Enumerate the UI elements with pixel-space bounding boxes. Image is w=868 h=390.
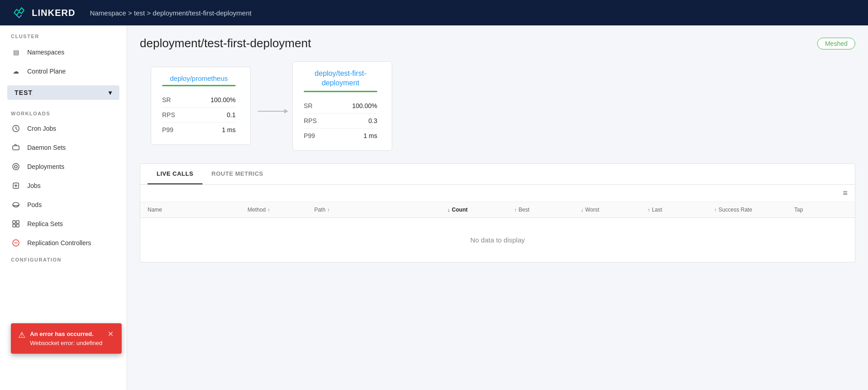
sidebar-item-label: Daemon Sets	[27, 144, 66, 151]
workloads-section-label: WORKLOADS	[0, 106, 127, 119]
col-best[interactable]: ↑ Best	[514, 207, 581, 213]
source-p99-row: P99 1 ms	[162, 123, 236, 137]
table-toolbar: ≡	[140, 185, 855, 202]
filter-icon[interactable]: ≡	[843, 188, 848, 198]
flow-diagram: deploy/prometheus SR 100.00% RPS 0.1 P99…	[140, 61, 855, 151]
daemon-sets-icon	[11, 143, 21, 153]
sidebar-item-replica-sets[interactable]: Replica Sets	[0, 214, 127, 233]
flow-arrow	[251, 111, 292, 112]
replication-controllers-icon	[11, 238, 21, 248]
tabs-header: LIVE CALLS ROUTE METRICS	[140, 164, 855, 185]
svg-rect-7	[13, 221, 15, 223]
sidebar-item-deployments[interactable]: Deployments	[0, 157, 127, 176]
col-name: Name	[148, 207, 247, 213]
jobs-icon	[11, 181, 21, 191]
sidebar-item-namespaces[interactable]: ▤ Namespaces	[0, 43, 127, 62]
sidebar-item-label: Jobs	[27, 182, 41, 189]
sidebar-item-label: Control Plane	[27, 68, 66, 75]
tab-live-calls[interactable]: LIVE CALLS	[148, 164, 202, 184]
col-success-rate[interactable]: ↑ Success Rate	[714, 207, 794, 213]
source-sr-value: 100.00%	[211, 96, 236, 104]
svg-rect-10	[16, 224, 19, 227]
sidebar-item-label: Cron Jobs	[27, 125, 56, 132]
success-rate-sort-icon: ↑	[714, 207, 717, 212]
svg-point-4	[15, 165, 17, 168]
dest-rps-value: 0.3	[369, 117, 377, 124]
svg-rect-2	[13, 146, 19, 150]
method-sort-icon: ↑	[267, 207, 270, 212]
cluster-section-label: CLUSTER	[0, 25, 127, 43]
deployments-icon	[11, 162, 21, 172]
worst-sort-icon: ↓	[581, 207, 584, 212]
dest-p99-value: 1 ms	[364, 132, 377, 139]
source-card-title: deploy/prometheus	[162, 74, 236, 82]
col-method[interactable]: Method ↑	[247, 207, 314, 213]
table-header: Name Method ↑ Path ↑ ↓ Count	[140, 202, 855, 218]
last-sort-icon: ↑	[647, 207, 650, 212]
error-text: An error has occurred. Websocket error: …	[30, 330, 102, 347]
source-p99-value: 1 ms	[222, 126, 236, 133]
control-plane-icon: ☁	[11, 66, 21, 76]
svg-rect-8	[16, 221, 19, 223]
col-last[interactable]: ↑ Last	[647, 207, 714, 213]
sidebar-item-label: Deployments	[27, 163, 64, 170]
source-p99-label: P99	[162, 126, 173, 133]
count-sort-icon: ↓	[448, 207, 450, 212]
source-flow-card: deploy/prometheus SR 100.00% RPS 0.1 P99…	[151, 67, 251, 145]
sidebar-item-label: Replication Controllers	[27, 239, 91, 247]
col-path[interactable]: Path ↑	[314, 207, 448, 213]
logo[interactable]: LINKERD	[11, 5, 75, 21]
tab-route-metrics[interactable]: ROUTE METRICS	[202, 164, 272, 184]
chevron-down-icon: ▾	[108, 89, 112, 96]
topbar: LINKERD Namespace > test > deployment/te…	[0, 0, 868, 25]
close-icon[interactable]: ✕	[107, 330, 114, 338]
no-data-message: No data to display	[140, 218, 855, 262]
logo-text: LINKERD	[32, 8, 75, 18]
sidebar-item-daemon-sets[interactable]: Daemon Sets	[0, 138, 127, 157]
dest-sr-row: SR 100.00%	[304, 99, 377, 114]
best-sort-icon: ↑	[514, 207, 517, 212]
source-sr-row: SR 100.00%	[162, 93, 236, 108]
svg-rect-9	[13, 224, 15, 227]
dest-p99-row: P99 1 ms	[304, 128, 377, 143]
pods-icon	[11, 200, 21, 210]
namespace-dropdown-value: TEST	[15, 89, 33, 96]
sidebar-item-replication-controllers[interactable]: Replication Controllers	[0, 233, 127, 252]
dest-rps-row: RPS 0.3	[304, 114, 377, 128]
source-rps-label: RPS	[162, 111, 175, 118]
main-content: deployment/test-first-deployment Meshed …	[127, 25, 868, 390]
col-worst[interactable]: ↓ Worst	[581, 207, 648, 213]
sidebar-item-control-plane[interactable]: ☁ Control Plane	[0, 62, 127, 81]
breadcrumb: Namespace > test > deployment/test-first…	[90, 9, 252, 17]
col-count[interactable]: ↓ Count	[448, 207, 514, 213]
config-section-label: CONFIGURATION	[0, 252, 127, 265]
sidebar-item-label: Namespaces	[27, 49, 64, 56]
sidebar-item-pods[interactable]: Pods	[0, 195, 127, 214]
error-title: An error has occurred.	[30, 331, 94, 337]
sidebar-item-cron-jobs[interactable]: Cron Jobs	[0, 119, 127, 138]
source-rps-value: 0.1	[227, 111, 236, 118]
tabs-container: LIVE CALLS ROUTE METRICS ≡ Name Method ↑	[140, 163, 855, 262]
path-sort-icon: ↑	[327, 207, 330, 212]
dest-flow-card: deploy/test-first-deployment SR 100.00% …	[292, 61, 392, 151]
source-card-underline	[162, 85, 236, 86]
source-sr-label: SR	[162, 96, 171, 104]
sidebar-item-label: Pods	[27, 201, 42, 208]
svg-point-6	[13, 202, 19, 207]
error-toast: ⚠ An error has occurred. Websocket error…	[11, 323, 122, 354]
error-message: Websocket error: undefined	[30, 340, 102, 346]
dest-p99-label: P99	[304, 132, 315, 139]
svg-point-3	[13, 163, 19, 170]
replica-sets-icon	[11, 219, 21, 229]
namespace-dropdown[interactable]: TEST ▾	[7, 85, 119, 100]
dest-card-title: deploy/test-first-deployment	[304, 69, 377, 88]
warning-icon: ⚠	[18, 330, 25, 340]
cron-jobs-icon	[11, 123, 21, 133]
dest-rps-label: RPS	[304, 117, 317, 124]
sidebar-item-label: Replica Sets	[27, 220, 63, 227]
arrow-line	[258, 111, 285, 112]
page-header: deployment/test-first-deployment Meshed	[140, 36, 855, 50]
sidebar-item-jobs[interactable]: Jobs	[0, 176, 127, 195]
svg-rect-0	[11, 5, 27, 21]
namespaces-icon: ▤	[11, 47, 21, 57]
